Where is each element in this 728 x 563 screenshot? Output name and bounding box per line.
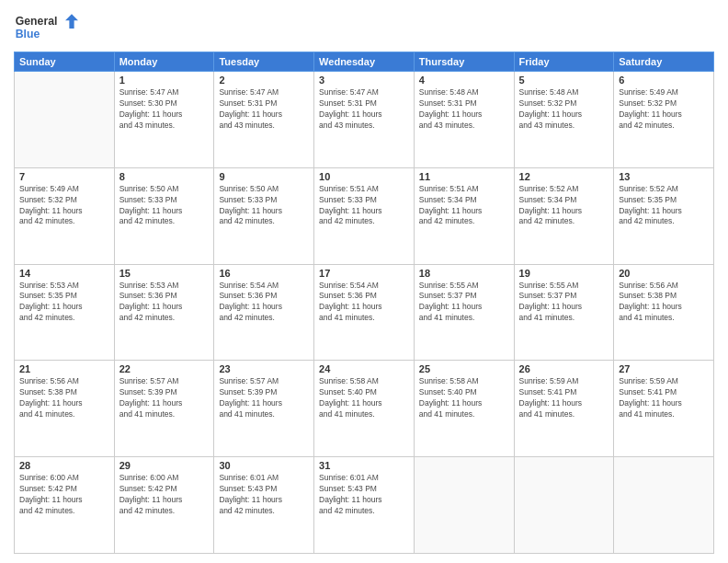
calendar-body: 1Sunrise: 5:47 AM Sunset: 5:30 PM Daylig…	[15, 72, 714, 554]
calendar-cell	[514, 457, 614, 554]
day-info: Sunrise: 5:52 AM Sunset: 5:35 PM Dayligh…	[619, 184, 709, 228]
calendar-cell: 14Sunrise: 5:53 AM Sunset: 5:35 PM Dayli…	[15, 264, 115, 361]
day-number: 17	[319, 268, 409, 279]
calendar-cell: 3Sunrise: 5:47 AM Sunset: 5:31 PM Daylig…	[314, 72, 415, 168]
day-info: Sunrise: 5:52 AM Sunset: 5:34 PM Dayligh…	[519, 184, 609, 228]
calendar-cell: 21Sunrise: 5:56 AM Sunset: 5:38 PM Dayli…	[15, 361, 115, 457]
header-day-sunday: Sunday	[15, 52, 115, 72]
day-info: Sunrise: 5:54 AM Sunset: 5:36 PM Dayligh…	[319, 281, 409, 325]
calendar-cell: 27Sunrise: 5:59 AM Sunset: 5:41 PM Dayli…	[614, 361, 714, 457]
day-number: 2	[219, 75, 309, 86]
day-info: Sunrise: 5:47 AM Sunset: 5:31 PM Dayligh…	[319, 87, 409, 132]
day-number: 11	[419, 171, 509, 182]
header-day-thursday: Thursday	[414, 52, 514, 72]
day-info: Sunrise: 5:56 AM Sunset: 5:38 PM Dayligh…	[619, 281, 709, 325]
calendar-cell	[15, 72, 115, 168]
calendar-cell: 19Sunrise: 5:55 AM Sunset: 5:37 PM Dayli…	[514, 264, 614, 361]
day-number: 28	[19, 460, 109, 471]
day-number: 4	[419, 75, 509, 86]
day-info: Sunrise: 5:55 AM Sunset: 5:37 PM Dayligh…	[419, 281, 509, 325]
day-info: Sunrise: 5:48 AM Sunset: 5:32 PM Dayligh…	[519, 87, 609, 132]
day-info: Sunrise: 5:51 AM Sunset: 5:34 PM Dayligh…	[419, 184, 509, 228]
day-number: 12	[519, 171, 609, 182]
calendar-cell: 28Sunrise: 6:00 AM Sunset: 5:42 PM Dayli…	[15, 457, 115, 554]
calendar-cell: 31Sunrise: 6:01 AM Sunset: 5:43 PM Dayli…	[314, 457, 415, 554]
day-info: Sunrise: 5:47 AM Sunset: 5:31 PM Dayligh…	[219, 87, 309, 132]
day-number: 25	[419, 363, 509, 374]
day-info: Sunrise: 5:50 AM Sunset: 5:33 PM Dayligh…	[219, 184, 309, 228]
calendar-cell: 12Sunrise: 5:52 AM Sunset: 5:34 PM Dayli…	[514, 167, 614, 264]
calendar-cell: 15Sunrise: 5:53 AM Sunset: 5:36 PM Dayli…	[114, 264, 214, 361]
day-number: 7	[19, 171, 109, 182]
day-number: 16	[219, 268, 309, 279]
calendar-cell: 6Sunrise: 5:49 AM Sunset: 5:32 PM Daylig…	[614, 72, 714, 168]
day-info: Sunrise: 5:58 AM Sunset: 5:40 PM Dayligh…	[319, 376, 409, 420]
day-info: Sunrise: 5:53 AM Sunset: 5:35 PM Dayligh…	[19, 281, 109, 325]
day-info: Sunrise: 5:59 AM Sunset: 5:41 PM Dayligh…	[519, 376, 609, 420]
day-number: 27	[619, 363, 709, 374]
calendar-cell: 1Sunrise: 5:47 AM Sunset: 5:30 PM Daylig…	[114, 72, 214, 168]
calendar-cell: 22Sunrise: 5:57 AM Sunset: 5:39 PM Dayli…	[114, 361, 214, 457]
calendar-cell: 4Sunrise: 5:48 AM Sunset: 5:31 PM Daylig…	[414, 72, 514, 168]
header-day-monday: Monday	[114, 52, 214, 72]
day-number: 15	[119, 268, 210, 279]
day-number: 19	[519, 268, 609, 279]
week-row-3: 21Sunrise: 5:56 AM Sunset: 5:38 PM Dayli…	[15, 361, 714, 457]
header-day-tuesday: Tuesday	[214, 52, 314, 72]
day-info: Sunrise: 5:47 AM Sunset: 5:30 PM Dayligh…	[119, 87, 210, 132]
day-number: 14	[19, 268, 109, 279]
day-number: 24	[319, 363, 409, 374]
calendar-cell: 26Sunrise: 5:59 AM Sunset: 5:41 PM Dayli…	[514, 361, 614, 457]
day-number: 18	[419, 268, 509, 279]
week-row-2: 14Sunrise: 5:53 AM Sunset: 5:35 PM Dayli…	[15, 264, 714, 361]
week-row-1: 7Sunrise: 5:49 AM Sunset: 5:32 PM Daylig…	[15, 167, 714, 264]
svg-text:Blue: Blue	[16, 28, 40, 40]
day-number: 26	[519, 363, 609, 374]
calendar-cell: 8Sunrise: 5:50 AM Sunset: 5:33 PM Daylig…	[114, 167, 214, 264]
calendar-cell: 2Sunrise: 5:47 AM Sunset: 5:31 PM Daylig…	[214, 72, 314, 168]
day-info: Sunrise: 6:00 AM Sunset: 5:42 PM Dayligh…	[119, 473, 210, 517]
day-info: Sunrise: 5:50 AM Sunset: 5:33 PM Dayligh…	[119, 184, 210, 228]
calendar-cell	[614, 457, 714, 554]
calendar-cell: 9Sunrise: 5:50 AM Sunset: 5:33 PM Daylig…	[214, 167, 314, 264]
calendar-cell: 20Sunrise: 5:56 AM Sunset: 5:38 PM Dayli…	[614, 264, 714, 361]
day-info: Sunrise: 5:49 AM Sunset: 5:32 PM Dayligh…	[619, 87, 709, 132]
day-number: 3	[319, 75, 409, 86]
day-number: 9	[219, 171, 309, 182]
calendar-cell: 11Sunrise: 5:51 AM Sunset: 5:34 PM Dayli…	[414, 167, 514, 264]
day-info: Sunrise: 5:59 AM Sunset: 5:41 PM Dayligh…	[619, 376, 709, 420]
day-number: 29	[119, 460, 210, 471]
calendar-cell: 29Sunrise: 6:00 AM Sunset: 5:42 PM Dayli…	[114, 457, 214, 554]
day-number: 13	[619, 171, 709, 182]
svg-marker-2	[65, 14, 78, 29]
calendar-table: SundayMondayTuesdayWednesdayThursdayFrid…	[14, 52, 714, 554]
calendar-header: SundayMondayTuesdayWednesdayThursdayFrid…	[15, 52, 714, 72]
day-number: 5	[519, 75, 609, 86]
day-number: 20	[619, 268, 709, 279]
calendar-cell: 18Sunrise: 5:55 AM Sunset: 5:37 PM Dayli…	[414, 264, 514, 361]
calendar-cell: 23Sunrise: 5:57 AM Sunset: 5:39 PM Dayli…	[214, 361, 314, 457]
day-info: Sunrise: 6:01 AM Sunset: 5:43 PM Dayligh…	[319, 473, 409, 517]
week-row-0: 1Sunrise: 5:47 AM Sunset: 5:30 PM Daylig…	[15, 72, 714, 168]
header-row: SundayMondayTuesdayWednesdayThursdayFrid…	[15, 52, 714, 72]
day-number: 8	[119, 171, 210, 182]
calendar-cell: 13Sunrise: 5:52 AM Sunset: 5:35 PM Dayli…	[614, 167, 714, 264]
day-number: 21	[19, 363, 109, 374]
calendar-cell: 5Sunrise: 5:48 AM Sunset: 5:32 PM Daylig…	[514, 72, 614, 168]
day-info: Sunrise: 5:51 AM Sunset: 5:33 PM Dayligh…	[319, 184, 409, 228]
calendar-cell: 25Sunrise: 5:58 AM Sunset: 5:40 PM Dayli…	[414, 361, 514, 457]
day-info: Sunrise: 5:58 AM Sunset: 5:40 PM Dayligh…	[419, 376, 509, 420]
calendar-cell: 10Sunrise: 5:51 AM Sunset: 5:33 PM Dayli…	[314, 167, 415, 264]
day-number: 10	[319, 171, 409, 182]
day-info: Sunrise: 6:00 AM Sunset: 5:42 PM Dayligh…	[19, 473, 109, 517]
logo-svg: General Blue	[14, 9, 78, 46]
day-info: Sunrise: 5:57 AM Sunset: 5:39 PM Dayligh…	[219, 376, 309, 420]
day-info: Sunrise: 5:53 AM Sunset: 5:36 PM Dayligh…	[119, 281, 210, 325]
week-row-4: 28Sunrise: 6:00 AM Sunset: 5:42 PM Dayli…	[15, 457, 714, 554]
day-info: Sunrise: 5:48 AM Sunset: 5:31 PM Dayligh…	[419, 87, 509, 132]
svg-text:General: General	[16, 15, 58, 28]
day-number: 23	[219, 363, 309, 374]
day-number: 22	[119, 363, 210, 374]
day-info: Sunrise: 5:57 AM Sunset: 5:39 PM Dayligh…	[119, 376, 210, 420]
page: General Blue SundayMondayTuesdayWednesda…	[0, 0, 728, 563]
